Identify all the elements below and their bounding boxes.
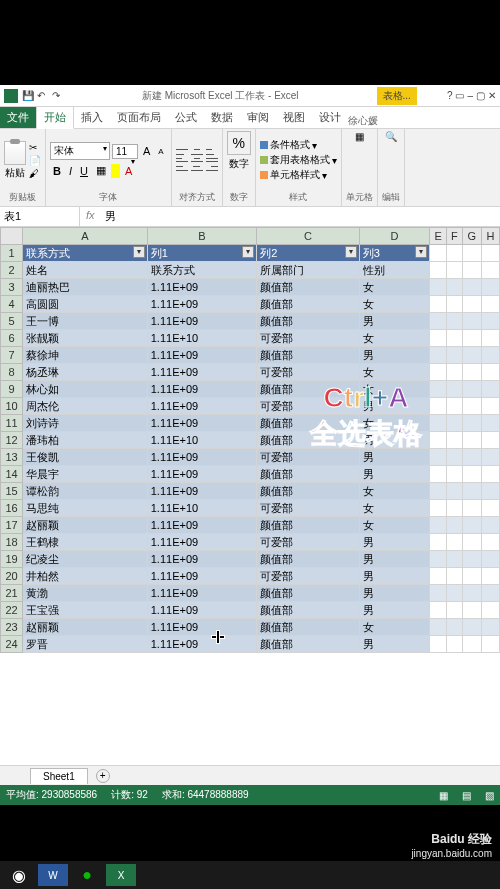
row-header[interactable]: 11 <box>1 415 23 432</box>
cell[interactable]: 杨丞琳 <box>23 364 148 381</box>
cell[interactable]: 1.11E+09 <box>147 398 256 415</box>
cell[interactable] <box>447 364 463 381</box>
cell[interactable] <box>481 551 499 568</box>
row-header[interactable]: 2 <box>1 262 23 279</box>
align-right-icon[interactable] <box>206 161 218 171</box>
cell[interactable] <box>430 449 447 466</box>
cell[interactable]: 可爱部 <box>257 568 360 585</box>
cell[interactable] <box>430 517 447 534</box>
cell[interactable] <box>447 432 463 449</box>
row-header[interactable]: 6 <box>1 330 23 347</box>
cell[interactable]: 联系方式 <box>147 262 256 279</box>
cell[interactable] <box>430 534 447 551</box>
fx-label[interactable]: fx <box>80 207 101 226</box>
cell[interactable] <box>481 262 499 279</box>
tab-layout[interactable]: 页面布局 <box>110 107 168 128</box>
cell[interactable] <box>462 296 481 313</box>
cell[interactable] <box>462 551 481 568</box>
cells-icon[interactable]: ▦ <box>355 131 364 142</box>
cell[interactable]: 颜值部 <box>257 313 360 330</box>
formula-input[interactable]: 男 <box>101 207 500 226</box>
table-header-cell[interactable]: 列3 <box>359 245 430 262</box>
cell[interactable] <box>430 568 447 585</box>
cell[interactable]: 男 <box>359 534 430 551</box>
row-header[interactable]: 4 <box>1 296 23 313</box>
font-name-select[interactable]: 宋体 <box>50 142 110 160</box>
bold-button[interactable]: B <box>50 164 64 178</box>
cell[interactable] <box>481 619 499 636</box>
cell[interactable] <box>462 517 481 534</box>
cell[interactable] <box>462 483 481 500</box>
tab-review[interactable]: 审阅 <box>240 107 276 128</box>
cell[interactable] <box>462 364 481 381</box>
cell[interactable] <box>481 245 499 262</box>
cell[interactable]: 颜值部 <box>257 636 360 653</box>
quick-access-toolbar[interactable]: 💾 ↶ ↷ <box>22 90 64 102</box>
cell[interactable] <box>462 262 481 279</box>
cell[interactable] <box>430 636 447 653</box>
cell[interactable]: 男 <box>359 568 430 585</box>
cell[interactable]: 马思纯 <box>23 500 148 517</box>
cell[interactable] <box>481 279 499 296</box>
close-icon[interactable]: ✕ <box>488 90 496 101</box>
cell[interactable] <box>462 636 481 653</box>
cell[interactable]: 1.11E+09 <box>147 619 256 636</box>
cell[interactable] <box>447 381 463 398</box>
cell[interactable] <box>430 585 447 602</box>
conditional-format-button[interactable]: 条件格式▾ <box>260 138 337 152</box>
cell[interactable]: 1.11E+09 <box>147 517 256 534</box>
table-header-cell[interactable]: 联系方式 <box>23 245 148 262</box>
cell[interactable] <box>447 585 463 602</box>
cell[interactable]: 高圆圆 <box>23 296 148 313</box>
cell[interactable]: 1.11E+09 <box>147 568 256 585</box>
cell[interactable]: 姓名 <box>23 262 148 279</box>
cell[interactable]: 1.11E+09 <box>147 364 256 381</box>
context-tab[interactable]: 表格... <box>377 87 417 105</box>
cell[interactable]: 1.11E+09 <box>147 585 256 602</box>
row-header[interactable]: 17 <box>1 517 23 534</box>
row-header[interactable]: 24 <box>1 636 23 653</box>
cell[interactable]: 王宝强 <box>23 602 148 619</box>
col-header[interactable]: A <box>23 228 148 245</box>
cell[interactable] <box>430 619 447 636</box>
row-header[interactable]: 10 <box>1 398 23 415</box>
cell[interactable] <box>430 602 447 619</box>
cell[interactable] <box>447 551 463 568</box>
row-header[interactable]: 1 <box>1 245 23 262</box>
cell[interactable] <box>447 415 463 432</box>
cell[interactable]: 所属部门 <box>257 262 360 279</box>
table-format-button[interactable]: 套用表格格式▾ <box>260 153 337 167</box>
cell[interactable] <box>447 279 463 296</box>
cell[interactable] <box>430 398 447 415</box>
cell[interactable]: 男 <box>359 347 430 364</box>
cell[interactable]: 1.11E+10 <box>147 330 256 347</box>
cell[interactable]: 黄渤 <box>23 585 148 602</box>
cell[interactable] <box>447 449 463 466</box>
excel-taskbar-icon[interactable]: X <box>106 864 136 886</box>
cell[interactable] <box>447 602 463 619</box>
cell[interactable]: 潘玮柏 <box>23 432 148 449</box>
cell[interactable]: 女 <box>359 279 430 296</box>
cell[interactable] <box>447 534 463 551</box>
cell[interactable]: 井柏然 <box>23 568 148 585</box>
cell[interactable]: 1.11E+09 <box>147 279 256 296</box>
cell[interactable] <box>430 432 447 449</box>
cell-style-button[interactable]: 单元格样式▾ <box>260 168 337 182</box>
cell[interactable] <box>447 636 463 653</box>
select-all-corner[interactable] <box>1 228 23 245</box>
cell[interactable]: 1.11E+09 <box>147 415 256 432</box>
cell[interactable] <box>481 534 499 551</box>
cell[interactable] <box>481 330 499 347</box>
windows-taskbar[interactable]: ◉ W ● X <box>0 861 500 889</box>
cell[interactable]: 颜值部 <box>257 619 360 636</box>
col-header[interactable]: C <box>257 228 360 245</box>
row-header[interactable]: 9 <box>1 381 23 398</box>
cell[interactable] <box>447 330 463 347</box>
cell[interactable] <box>430 347 447 364</box>
cell[interactable]: 女 <box>359 517 430 534</box>
cell[interactable] <box>481 585 499 602</box>
cell[interactable] <box>481 449 499 466</box>
cell[interactable] <box>481 466 499 483</box>
cell[interactable]: 颜值部 <box>257 296 360 313</box>
cell[interactable] <box>481 296 499 313</box>
